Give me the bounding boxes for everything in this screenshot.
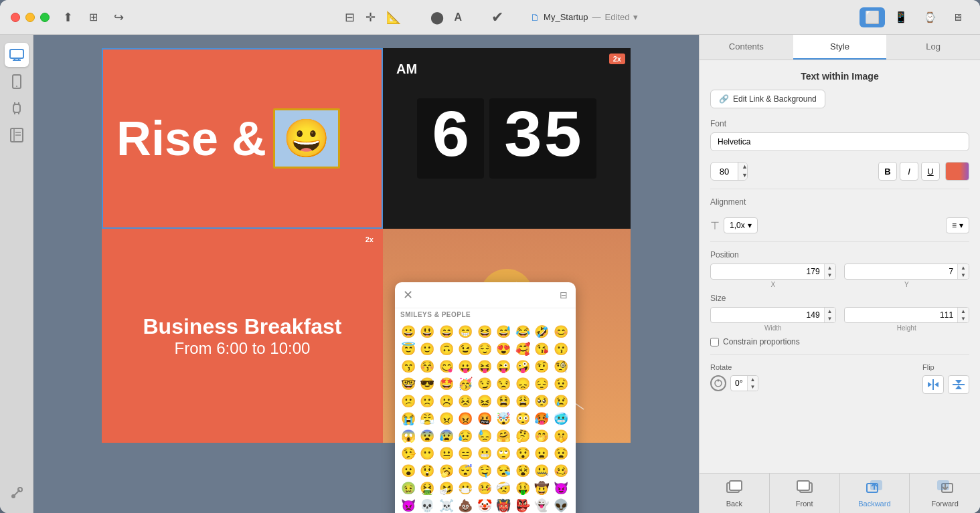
emoji-cell[interactable]: 🙄 bbox=[495, 445, 511, 461]
ruler-icon[interactable]: 📐 bbox=[384, 7, 404, 27]
emoji-cell[interactable]: 😊 bbox=[553, 324, 569, 340]
emoji-cell[interactable]: 😯 bbox=[515, 445, 531, 461]
emoji-cell[interactable]: 👿 bbox=[400, 498, 416, 513]
forward-button[interactable]: Forward bbox=[910, 474, 980, 513]
backward-button[interactable]: Backward bbox=[840, 474, 910, 513]
emoji-cell[interactable]: 😘 bbox=[534, 341, 550, 357]
emoji-cell[interactable]: 😴 bbox=[457, 463, 473, 479]
emoji-cell[interactable]: 😆 bbox=[477, 324, 493, 340]
emoji-cell[interactable]: 😞 bbox=[515, 376, 531, 392]
pos-y-input[interactable]: 7 ▲ ▼ bbox=[844, 264, 970, 280]
sidebar-icon-mobile[interactable] bbox=[5, 70, 29, 94]
emoji-cell[interactable]: 🤧 bbox=[438, 480, 455, 496]
rotate-dial[interactable] bbox=[710, 375, 726, 391]
emoji-cell[interactable]: 😦 bbox=[534, 445, 550, 461]
canvas-top-left[interactable]: Rise & 😀 bbox=[102, 48, 383, 229]
emoji-cell[interactable]: 🤫 bbox=[553, 428, 569, 444]
font-icon[interactable]: A bbox=[452, 9, 465, 26]
emoji-cell[interactable]: 😌 bbox=[477, 341, 493, 357]
size-h-down[interactable]: ▼ bbox=[958, 315, 969, 322]
emoji-cell[interactable]: 😄 bbox=[438, 324, 455, 340]
emoji-cell[interactable]: 🤮 bbox=[419, 480, 435, 496]
emoji-cell[interactable]: 😁 bbox=[457, 324, 473, 340]
emoji-cell[interactable]: 😡 bbox=[457, 411, 473, 427]
emoji-cell[interactable]: 😚 bbox=[419, 358, 435, 375]
emoji-cell[interactable]: 😣 bbox=[457, 393, 473, 409]
emoji-cell[interactable]: 🥳 bbox=[457, 376, 473, 392]
emoji-cell[interactable]: 😵 bbox=[515, 463, 531, 479]
tab-contents[interactable]: Contents bbox=[700, 35, 793, 60]
edit-link-background-button[interactable]: 🔗 Edit Link & Background bbox=[710, 90, 825, 108]
emoji-cell[interactable]: 💩 bbox=[457, 498, 473, 513]
emoji-cell[interactable]: 😨 bbox=[419, 428, 435, 444]
plus-icon[interactable]: ✛ bbox=[363, 7, 378, 27]
sidebar-icon-watch[interactable] bbox=[5, 96, 29, 120]
emoji-cell[interactable]: 😈 bbox=[553, 480, 569, 496]
size-w-up[interactable]: ▲ bbox=[825, 308, 835, 315]
emoji-cell[interactable]: 😮 bbox=[400, 463, 416, 479]
emoji-cell[interactable]: 😳 bbox=[515, 411, 531, 427]
font-selector[interactable]: Helvetica bbox=[710, 132, 969, 151]
layout-icon[interactable]: ⊟ bbox=[342, 7, 357, 27]
sidebar-icon-book[interactable] bbox=[5, 123, 29, 147]
emoji-cell[interactable]: 🤨 bbox=[534, 358, 550, 375]
emoji-cell[interactable]: 😢 bbox=[553, 393, 569, 409]
emoji-cell[interactable]: 🤗 bbox=[495, 428, 511, 444]
font-size-up[interactable]: ▲ bbox=[738, 163, 748, 171]
emoji-cell[interactable]: 🤐 bbox=[534, 463, 550, 479]
emoji-cell[interactable]: 🤡 bbox=[477, 498, 493, 513]
emoji-cell[interactable]: 🤑 bbox=[515, 480, 531, 496]
check-icon[interactable]: ✔ bbox=[489, 6, 506, 29]
emoji-cell[interactable]: 🥰 bbox=[515, 341, 531, 357]
emoji-container[interactable]: 😀 bbox=[273, 108, 340, 169]
emoji-cell[interactable]: 😟 bbox=[553, 376, 569, 392]
emoji-cell[interactable]: ☹️ bbox=[438, 393, 455, 409]
rotate-up[interactable]: ▲ bbox=[748, 376, 758, 383]
emoji-cell[interactable]: 😫 bbox=[495, 393, 511, 409]
emoji-cell[interactable]: 😧 bbox=[553, 445, 569, 461]
emoji-cell[interactable]: 😒 bbox=[495, 376, 511, 392]
emoji-cell[interactable]: 🥵 bbox=[534, 411, 550, 427]
emoji-cell[interactable]: 😖 bbox=[477, 393, 493, 409]
emoji-cell[interactable]: 😂 bbox=[515, 324, 531, 340]
emoji-cell[interactable]: 👽 bbox=[553, 498, 569, 513]
emoji-cell[interactable]: 🤥 bbox=[400, 445, 416, 461]
emoji-cell[interactable]: 😑 bbox=[457, 445, 473, 461]
tv-btn[interactable]: 🖥 bbox=[946, 7, 969, 27]
send-icon[interactable]: ⬆ bbox=[60, 7, 76, 27]
desktop-btn[interactable]: ⬜ bbox=[860, 7, 885, 27]
emoji-cell[interactable]: 😜 bbox=[495, 358, 511, 375]
emoji-cell[interactable]: 😙 bbox=[400, 358, 416, 375]
emoji-cell[interactable]: 😭 bbox=[400, 411, 416, 427]
font-size-stepper[interactable]: 80 ▲ ▼ bbox=[710, 162, 748, 181]
size-h-up[interactable]: ▲ bbox=[958, 308, 969, 315]
emoji-cell[interactable]: 😲 bbox=[419, 463, 435, 479]
phone-btn[interactable]: 📱 bbox=[888, 7, 914, 27]
pos-y-up[interactable]: ▲ bbox=[958, 264, 969, 272]
size-w-down[interactable]: ▼ bbox=[825, 315, 835, 322]
emoji-cell[interactable]: 😶 bbox=[419, 445, 435, 461]
constrain-checkbox[interactable] bbox=[710, 338, 719, 346]
rotate-value-wrap[interactable]: 0° ▲ ▼ bbox=[730, 375, 758, 391]
emoji-cell[interactable]: 😰 bbox=[438, 428, 455, 444]
emoji-cell[interactable]: 🤩 bbox=[438, 376, 455, 392]
emoji-cell[interactable]: 🥴 bbox=[553, 463, 569, 479]
emoji-cell[interactable]: 😉 bbox=[457, 341, 473, 357]
canvas-bottom-left[interactable]: Business Breakfast From 6:00 to 10:00 2x bbox=[102, 229, 383, 443]
emoji-cell[interactable]: 🤒 bbox=[477, 480, 493, 496]
emoji-cell[interactable]: 🤬 bbox=[477, 411, 493, 427]
back-button[interactable]: Back bbox=[700, 474, 770, 513]
emoji-cell[interactable]: 🙃 bbox=[438, 341, 455, 357]
emoji-cell[interactable]: 🤯 bbox=[495, 411, 511, 427]
watch-btn[interactable]: ⌚ bbox=[917, 7, 943, 27]
emoji-cell[interactable]: 🥺 bbox=[534, 393, 550, 409]
flip-horizontal-btn[interactable] bbox=[922, 375, 944, 394]
emoji-cell[interactable]: 😗 bbox=[553, 341, 569, 357]
emoji-cell[interactable]: 🤢 bbox=[400, 480, 416, 496]
minimize-button[interactable] bbox=[25, 13, 35, 22]
size-h-input[interactable]: 111 ▲ ▼ bbox=[844, 307, 970, 323]
emoji-cell[interactable]: 😛 bbox=[457, 358, 473, 375]
emoji-cell[interactable]: 💀 bbox=[419, 498, 435, 513]
pos-x-input[interactable]: 179 ▲ ▼ bbox=[710, 264, 836, 280]
sidebar-icon-wrench[interactable] bbox=[5, 481, 29, 505]
